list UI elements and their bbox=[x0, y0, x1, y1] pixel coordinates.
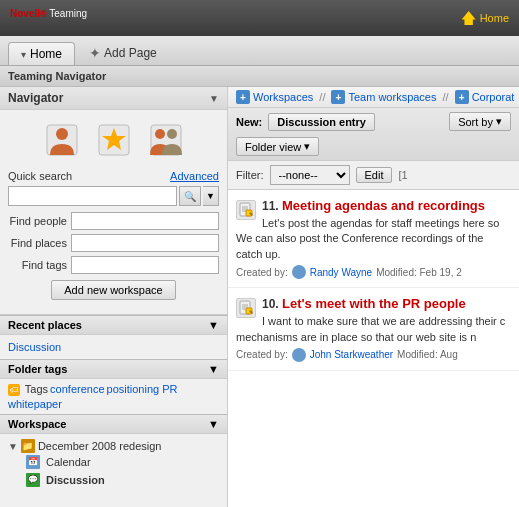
expand-corporate-icon: + bbox=[455, 90, 469, 104]
entry-10-modified: Modified: Aug bbox=[397, 349, 458, 360]
entry-10-body: I want to make sure that we are addressi… bbox=[236, 314, 511, 345]
entry-11-title[interactable]: Meeting agendas and recordings bbox=[282, 198, 485, 213]
recent-place-discussion[interactable]: Discussion bbox=[8, 339, 219, 355]
calendar-label: Calendar bbox=[46, 456, 91, 468]
breadcrumb-sep-2: // bbox=[443, 91, 449, 103]
find-tags-row: Find tags bbox=[8, 256, 219, 274]
entry-11-meta: Created by: Randy Wayne Modified: Feb 19… bbox=[236, 265, 511, 279]
tag-positioning-pr[interactable]: positioning PR bbox=[107, 383, 178, 396]
find-tags-input[interactable] bbox=[71, 256, 219, 274]
add-workspace-button[interactable]: Add new workspace bbox=[51, 280, 175, 300]
logo-text: Novell bbox=[10, 8, 40, 19]
workspace-child-discussion[interactable]: 💬 Discussion bbox=[26, 472, 219, 488]
workspace-children: 📅 Calendar 💬 Discussion bbox=[26, 454, 219, 488]
breadcrumb-corporate[interactable]: + Corporat bbox=[455, 90, 515, 104]
svg-point-5 bbox=[155, 129, 165, 139]
find-tags-label: Find tags bbox=[8, 259, 67, 271]
entry-10-icon: ✎ bbox=[236, 298, 256, 318]
svg-point-1 bbox=[56, 128, 68, 140]
workspace-root-label: December 2008 redesign bbox=[38, 440, 162, 452]
home-tab[interactable]: ▾ Home bbox=[8, 42, 75, 65]
entry-10-number: 10. bbox=[262, 297, 279, 311]
find-people-row: Find people bbox=[8, 212, 219, 230]
folder-view-arrow: ▾ bbox=[304, 140, 310, 153]
workspace-chevron: ▼ bbox=[208, 418, 219, 430]
add-page-button[interactable]: ✦ Add Page bbox=[79, 41, 167, 65]
item-count: [1 bbox=[398, 169, 407, 181]
plus-icon: ✦ bbox=[89, 45, 101, 61]
calendar-icon: 📅 bbox=[26, 455, 40, 469]
logo-dot: ® bbox=[40, 9, 47, 19]
entry-10-title[interactable]: Let's meet with the PR people bbox=[282, 296, 466, 311]
avatar-star[interactable] bbox=[92, 118, 136, 162]
svg-text:✎: ✎ bbox=[249, 309, 253, 315]
folder-tags-title: Folder tags bbox=[8, 363, 67, 375]
folder-tags-header: Folder tags ▼ bbox=[0, 359, 227, 379]
breadcrumb-corporate-label: Corporat bbox=[472, 91, 515, 103]
tag-conference[interactable]: conference bbox=[50, 383, 104, 396]
entry-11-user-icon bbox=[292, 265, 306, 279]
search-button[interactable]: 🔍 bbox=[179, 186, 201, 206]
workspace-header: Workspace ▼ bbox=[0, 414, 227, 434]
recent-places-header: Recent places ▼ bbox=[0, 315, 227, 335]
svg-text:✎: ✎ bbox=[249, 211, 253, 217]
avatar-person[interactable] bbox=[40, 118, 84, 162]
avatar-group[interactable] bbox=[144, 118, 188, 162]
quick-search-row: Quick search Advanced bbox=[8, 170, 219, 182]
entry-11-author[interactable]: Randy Wayne bbox=[310, 267, 372, 278]
breadcrumb: + Workspaces // + Team workspaces // + C… bbox=[228, 87, 519, 108]
home-link[interactable]: Home bbox=[480, 12, 509, 24]
logo-suffix: Teaming bbox=[47, 8, 87, 19]
find-people-input[interactable] bbox=[71, 212, 219, 230]
recent-places-content: Discussion bbox=[0, 335, 227, 359]
sort-by-button[interactable]: Sort by ▾ bbox=[449, 112, 511, 131]
tag-whitepaper[interactable]: whitepaper bbox=[8, 398, 62, 410]
breadcrumb-sep-1: // bbox=[319, 91, 325, 103]
breadcrumb-team-workspaces[interactable]: + Team workspaces bbox=[331, 90, 436, 104]
sort-by-arrow: ▾ bbox=[496, 115, 502, 128]
teaming-navigator-bar: Teaming Navigator bbox=[0, 66, 519, 87]
home-icon bbox=[462, 11, 476, 25]
main-area: Navigator ▼ bbox=[0, 87, 519, 507]
tree-toggle-root[interactable]: ▼ bbox=[8, 441, 18, 452]
search-dropdown[interactable]: ▼ bbox=[203, 186, 219, 206]
advanced-link[interactable]: Advanced bbox=[170, 170, 219, 182]
workspace-root-item[interactable]: ▼ 📁 December 2008 redesign bbox=[8, 438, 219, 454]
filter-select[interactable]: --none-- bbox=[270, 165, 350, 185]
star-icon bbox=[94, 120, 134, 160]
filter-edit-button[interactable]: Edit bbox=[356, 167, 393, 183]
entry-10-author[interactable]: John Starkweather bbox=[310, 349, 393, 360]
recent-places-chevron: ▼ bbox=[208, 319, 219, 331]
search-input[interactable] bbox=[8, 186, 177, 206]
tab-arrow: ▾ bbox=[21, 49, 26, 60]
sort-by-label: Sort by bbox=[458, 116, 493, 128]
find-people-label: Find people bbox=[8, 215, 67, 227]
folder-view-button[interactable]: Folder view ▾ bbox=[236, 137, 319, 156]
entry-10: ✎ 10. Let's meet with the PR people I wa… bbox=[228, 288, 519, 371]
home-tab-label: Home bbox=[30, 47, 62, 61]
entry-11-doc-icon: ✎ bbox=[238, 202, 254, 218]
header: Novell® Teaming Home bbox=[0, 0, 519, 36]
new-discussion-entry-button[interactable]: Discussion entry bbox=[268, 113, 375, 131]
tags-prefix: 🏷 Tags bbox=[8, 383, 48, 396]
workspace-child-calendar[interactable]: 📅 Calendar bbox=[26, 454, 219, 470]
find-places-label: Find places bbox=[8, 237, 67, 249]
discussion-label: Discussion bbox=[46, 474, 105, 486]
entry-11-icon: ✎ bbox=[236, 200, 256, 220]
teaming-navigator-title: Teaming Navigator bbox=[8, 70, 106, 82]
filter-bar: Filter: --none-- Edit [1 bbox=[228, 161, 519, 190]
breadcrumb-workspaces-label: Workspaces bbox=[253, 91, 313, 103]
entry-10-icon-box: ✎ bbox=[236, 298, 256, 318]
left-panel: Navigator ▼ bbox=[0, 87, 228, 507]
entry-11-body: Let's post the agendas for staff meeting… bbox=[236, 216, 511, 262]
search-input-row: 🔍 ▼ bbox=[8, 186, 219, 206]
avatar-row bbox=[8, 118, 219, 162]
workspace-folder-icon: 📁 bbox=[21, 439, 35, 453]
header-nav: Home bbox=[462, 11, 509, 25]
right-panel: + Workspaces // + Team workspaces // + C… bbox=[228, 87, 519, 507]
find-places-input[interactable] bbox=[71, 234, 219, 252]
breadcrumb-workspaces[interactable]: + Workspaces bbox=[236, 90, 313, 104]
breadcrumb-team-label: Team workspaces bbox=[348, 91, 436, 103]
tag-icon-1: 🏷 bbox=[8, 384, 20, 396]
navigator-section: Quick search Advanced 🔍 ▼ Find people Fi… bbox=[0, 110, 227, 315]
